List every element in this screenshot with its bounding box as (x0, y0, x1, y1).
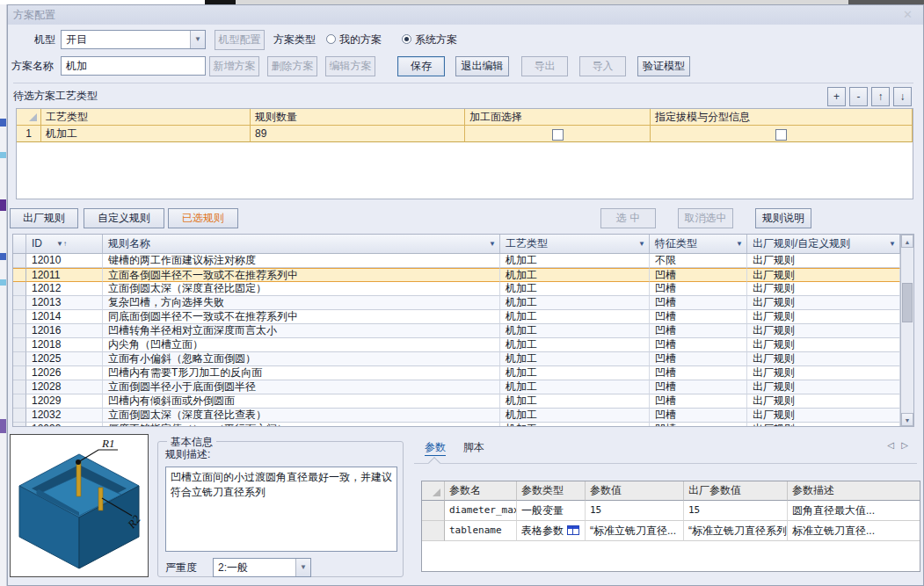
select-button[interactable]: 选 中 (600, 208, 656, 228)
export-button[interactable]: 导出 (521, 56, 568, 76)
delete-scheme-button[interactable]: 删除方案 (267, 56, 317, 76)
scroll-down-icon[interactable]: ▼ (901, 413, 913, 426)
filter-icon[interactable]: ▼ (638, 235, 645, 253)
scrollbar-thumb[interactable] (902, 283, 913, 322)
factory-rules-button[interactable]: 出厂规则 (10, 208, 78, 228)
move-down-button[interactable]: ↓ (893, 87, 912, 106)
row-selector[interactable] (13, 324, 26, 338)
col-draft-info[interactable]: 指定拔模与分型信息 (651, 109, 913, 126)
save-button[interactable]: 保存 (397, 56, 445, 76)
table-row[interactable]: 1机加工89 (17, 126, 913, 142)
close-icon[interactable]: ✕ (903, 5, 913, 25)
col-origin[interactable]: 出厂规则/自定义规则▼ (747, 235, 900, 253)
col-feature[interactable]: 特征类型▼ (650, 235, 747, 253)
severity-combo[interactable]: 2:一般 ▼ (213, 558, 311, 577)
col-id[interactable]: ID▼↑ (26, 235, 103, 253)
table-row[interactable]: 12010键槽的两工作面建议标注对称度机加工不限出厂规则 (13, 254, 900, 268)
row-selector[interactable] (13, 423, 26, 426)
col-rule-name[interactable]: 规则名称▼ (103, 235, 500, 253)
tab-next-icon[interactable]: ▷ (901, 440, 913, 450)
filter-icon[interactable]: ▼ (889, 235, 896, 253)
radio-system-scheme[interactable]: 系统方案 (402, 30, 457, 49)
row-selector[interactable] (13, 409, 26, 423)
chevron-down-icon[interactable]: ▼ (190, 31, 205, 48)
add-scheme-button[interactable]: 新增方案 (209, 56, 259, 76)
row-selector[interactable] (13, 296, 26, 310)
row-selector[interactable] (13, 352, 26, 366)
add-row-button[interactable]: + (827, 87, 846, 106)
face-select-checkbox[interactable] (552, 129, 564, 141)
row-selector[interactable] (422, 521, 445, 541)
col-param-value[interactable]: 参数值 (586, 481, 684, 501)
tab-prev-icon[interactable]: ◁ (887, 440, 899, 450)
filter-icon[interactable]: ▼ (489, 235, 496, 253)
tab-parameters[interactable]: 参数 (425, 438, 446, 456)
row-selector[interactable] (13, 380, 26, 394)
exit-edit-button[interactable]: 退出编辑 (455, 56, 509, 76)
table-row[interactable]: 12025立面有小偏斜（忽略立面倒圆）机加工凹槽出厂规则 (13, 352, 900, 366)
table-row[interactable]: 12014同底面倒圆半径不一致或不在推荐系列中机加工凹槽出厂规则 (13, 310, 900, 324)
table-row[interactable]: 12026凹槽内有需要T形刀加工的反向面机加工凹槽出厂规则 (13, 366, 900, 380)
filter-icon[interactable]: ▼ (736, 235, 743, 253)
table-row[interactable]: 12012立面倒圆太深（深度直径比固定）机加工凹槽出厂规则 (13, 282, 900, 296)
custom-rules-button[interactable]: 自定义规则 (84, 208, 164, 228)
table-row[interactable]: diameter_max一般变量1515圆角直径最大值... (422, 501, 920, 521)
col-process[interactable]: 工艺类型▼ (500, 235, 650, 253)
edit-scheme-button[interactable]: 编辑方案 (325, 56, 375, 76)
radio-my-scheme[interactable]: 我的方案 (326, 30, 382, 49)
param-desc-cell: 圆角直径最大值... (788, 501, 920, 521)
table-row[interactable]: 12016凹槽转角半径相对立面深度而言太小机加工凹槽出厂规则 (13, 324, 900, 338)
table-param-icon[interactable] (567, 525, 579, 535)
row-selector[interactable] (13, 338, 26, 352)
param-type-cell: 一般变量 (517, 501, 586, 521)
scroll-up-icon[interactable]: ▲ (901, 235, 913, 248)
machine-config-button[interactable]: 机型配置 (215, 30, 265, 50)
col-param-name[interactable]: 参数名 (445, 481, 517, 501)
rule-id-cell: 12010 (26, 254, 103, 268)
tab-script[interactable]: 脚本 (463, 438, 484, 456)
draft-info-checkbox[interactable] (775, 129, 787, 141)
table-row[interactable]: 12028立面倒圆半径小于底面倒圆半径机加工凹槽出厂规则 (13, 380, 900, 394)
rule-desc-text[interactable]: 凹槽立面间的小过渡圆角直径最好一致，并建议符合立铣刀直径系列 (165, 467, 397, 552)
row-selector[interactable] (13, 268, 26, 282)
row-selector[interactable] (13, 310, 26, 324)
table-row[interactable]: 12029凹槽内有倾斜面或外倒圆面机加工凹槽出厂规则 (13, 394, 900, 409)
row-selector[interactable] (422, 501, 445, 521)
table-row[interactable]: 12013复杂凹槽，方向选择失败机加工凹槽出厂规则 (13, 296, 900, 310)
table-row[interactable]: 12032立面倒圆太深（深度直径比查表）机加工凹槽出厂规则 (13, 409, 900, 423)
vertical-scrollbar[interactable]: ▲ ▼ (900, 235, 913, 426)
machine-type-combo[interactable]: 开目 ▼ (61, 30, 206, 49)
table-row[interactable]: 12018内尖角（凹槽立面）机加工凹槽出厂规则 (13, 338, 900, 352)
validate-model-button[interactable]: 验证模型 (637, 56, 690, 76)
col-face-select[interactable]: 加工面选择 (465, 109, 651, 126)
sort-icon[interactable]: ▼↑ (56, 235, 67, 253)
row-selector[interactable] (13, 394, 26, 409)
col-param-desc[interactable]: 参数描述 (788, 481, 920, 501)
row-selector[interactable] (13, 282, 26, 296)
rule-name-cell: 同底面倒圆半径不一致或不在推荐系列中 (103, 310, 500, 324)
rules-corner (13, 235, 26, 253)
col-rule-count[interactable]: 规则数量 (251, 109, 465, 126)
table-row[interactable]: 12011立面各倒圆半径不一致或不在推荐系列中机加工凹槽出厂规则 (13, 268, 900, 282)
scheme-name-input[interactable]: 机加 (61, 56, 206, 76)
row-selector[interactable] (13, 254, 26, 268)
col-factory-value[interactable]: 出厂参数值 (684, 481, 788, 501)
chevron-down-icon[interactable]: ▼ (295, 559, 310, 576)
rule-id-cell: 12032 (26, 409, 103, 423)
select-all-corner[interactable] (17, 109, 41, 126)
selected-rules-button[interactable]: 已选规则 (168, 208, 238, 228)
col-process-type[interactable]: 工艺类型 (41, 109, 251, 126)
rule-name-cell: 复杂凹槽，方向选择失败 (103, 296, 500, 310)
move-up-button[interactable]: ↑ (871, 87, 890, 106)
deselect-button[interactable]: 取消选中 (678, 208, 733, 228)
col-param-type[interactable]: 参数类型 (517, 481, 586, 501)
dialog-titlebar[interactable]: 方案配置 ✕ (8, 5, 923, 25)
rule-feature-cell: 不限 (650, 254, 747, 268)
factory-value-cell: 15 (684, 501, 788, 521)
row-selector[interactable] (13, 366, 26, 380)
remove-row-button[interactable]: - (849, 87, 868, 106)
table-row[interactable]: tablename表格参数“标准立铣刀直径...“标准立铣刀直径系列”标准立铣刀… (422, 521, 920, 541)
import-button[interactable]: 导入 (579, 56, 626, 76)
table-row[interactable]: 12033厚度不够指定值（），（平行面之间）机加工凹槽出厂规则 (13, 423, 900, 426)
rule-explain-button[interactable]: 规则说明 (755, 208, 811, 228)
